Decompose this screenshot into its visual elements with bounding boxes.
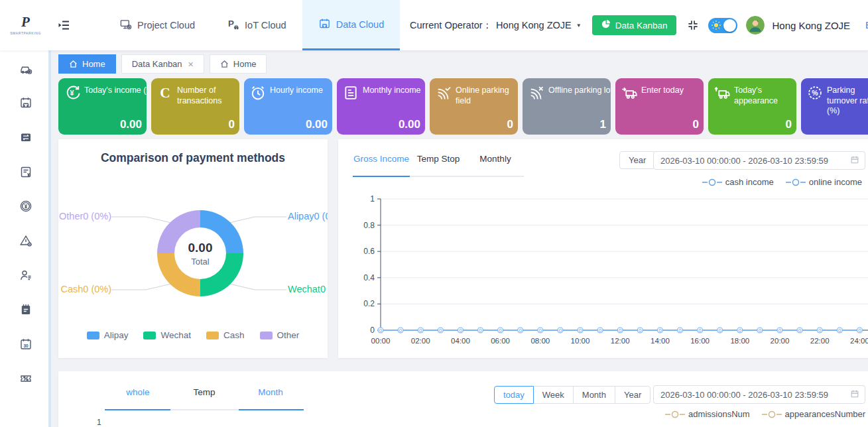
coin-yen-icon[interactable] bbox=[19, 200, 32, 213]
username[interactable]: Hong Kong ZOJE bbox=[773, 20, 851, 31]
svg-text:0: 0 bbox=[739, 328, 742, 334]
svg-text:C: C bbox=[160, 85, 170, 101]
notebook-icon[interactable] bbox=[19, 303, 32, 316]
smart-parking-dashboard: P SMARTPARKING Project Cloud P IoT Cloud… bbox=[0, 0, 868, 427]
tab-data-kanban[interactable]: Data Kanban × bbox=[121, 54, 204, 74]
breadcrumb-tabs: Home Data Kanban × Home bbox=[58, 54, 267, 74]
y-axis-label: 1 bbox=[97, 418, 101, 427]
tab-monthly[interactable]: Monthly bbox=[467, 154, 524, 164]
svg-text:0: 0 bbox=[778, 328, 782, 334]
toggle-knob bbox=[723, 19, 736, 32]
language-link[interactable]: English bbox=[865, 20, 868, 30]
theme-toggle[interactable] bbox=[708, 18, 737, 33]
tab-home-active[interactable]: Home bbox=[58, 54, 116, 74]
card-todays-income: ¥ Today's income () 0.00 bbox=[58, 78, 147, 135]
tab-label: Home bbox=[233, 59, 257, 69]
payment-methods-panel: Comparison of payment methods 0.00 Total… bbox=[58, 139, 328, 358]
date-range-value: 2026-03-10 00:00:00 - 2026-03-10 23:59:5… bbox=[660, 156, 828, 166]
period-week-button[interactable]: Week bbox=[533, 386, 574, 404]
tab-gross-income[interactable]: Gross Income bbox=[353, 154, 410, 164]
avatar[interactable] bbox=[746, 16, 765, 34]
year-button[interactable]: Year bbox=[619, 151, 655, 169]
legend-item-other[interactable]: Other bbox=[260, 330, 300, 340]
legend-item-wechat[interactable]: Wechat bbox=[143, 330, 191, 340]
wifi-x-icon bbox=[528, 84, 545, 101]
svg-text:0.2: 0.2 bbox=[363, 299, 375, 308]
svg-text:18:00: 18:00 bbox=[730, 337, 749, 345]
card-number-of-transactions: C Number of transactions 0 bbox=[151, 78, 239, 135]
legend-item-cash[interactable]: Cash bbox=[206, 330, 245, 340]
warning-alert-icon[interactable] bbox=[19, 234, 32, 247]
svg-text:30: 30 bbox=[23, 343, 29, 348]
operator-label: Current Operator： bbox=[410, 19, 492, 32]
svg-text:22:00: 22:00 bbox=[810, 337, 830, 345]
payment-legend: Alipay Wechat Cash Other bbox=[58, 330, 328, 340]
left-sidebar: 30 bbox=[0, 50, 51, 427]
tab-underline bbox=[353, 176, 524, 177]
nav-item-data-cloud[interactable]: Data Cloud bbox=[302, 0, 401, 50]
svg-text:1: 1 bbox=[370, 194, 375, 204]
svg-text:0: 0 bbox=[718, 328, 721, 334]
card-parking-turnover-rate: % Parking turnover rate (%) bbox=[801, 78, 868, 135]
svg-text:0: 0 bbox=[838, 328, 841, 334]
legend-cash-income[interactable]: cash income bbox=[702, 177, 774, 187]
tab-underline bbox=[105, 409, 304, 410]
svg-text:06:00: 06:00 bbox=[491, 337, 510, 345]
svg-text:04:00: 04:00 bbox=[451, 337, 470, 345]
period-button-group: today Week Month Year bbox=[494, 386, 651, 404]
wifi-check-icon bbox=[435, 84, 452, 101]
callout-cash: Cash0 (0%) bbox=[58, 284, 111, 294]
svg-text:0: 0 bbox=[579, 328, 582, 334]
legend-item-alipay[interactable]: Alipay bbox=[87, 330, 129, 340]
swap-transactions-icon[interactable] bbox=[19, 131, 32, 144]
svg-text:0: 0 bbox=[459, 328, 462, 334]
kpi-card-row: ¥ Today's income () 0.00 C Number of tra… bbox=[58, 78, 868, 135]
svg-text:0: 0 bbox=[678, 328, 682, 334]
top-navbar: P SMARTPARKING Project Cloud P IoT Cloud… bbox=[0, 0, 868, 50]
card-value: 0.00 bbox=[306, 118, 328, 131]
date-range-picker[interactable]: 2026-03-10 00:00:00 - 2026-03-10 23:59:5… bbox=[653, 151, 865, 170]
svg-text:14:00: 14:00 bbox=[651, 337, 670, 345]
coupon-percent-icon[interactable] bbox=[19, 372, 32, 385]
tab-temp[interactable]: Temp bbox=[171, 387, 237, 397]
parking-record-icon[interactable] bbox=[19, 96, 32, 109]
iot-cloud-icon: P bbox=[227, 18, 239, 32]
bill-yen-icon[interactable] bbox=[19, 165, 32, 178]
nav-item-iot-cloud[interactable]: P IoT Cloud bbox=[211, 0, 302, 50]
svg-text:0: 0 bbox=[519, 328, 522, 334]
menu-collapse-icon[interactable] bbox=[57, 18, 72, 32]
svg-text:0: 0 bbox=[599, 328, 602, 334]
current-operator-dropdown[interactable]: Current Operator： Hong Kong ZOJE ▼ bbox=[410, 19, 582, 32]
svg-text:00:00: 00:00 bbox=[371, 337, 391, 345]
line-marker-icon bbox=[786, 178, 806, 186]
legend-appearances-number[interactable]: appearancesNumber bbox=[762, 409, 865, 419]
svg-text:02:00: 02:00 bbox=[411, 337, 430, 345]
period-year-button[interactable]: Year bbox=[615, 386, 651, 404]
period-month-button[interactable]: Month bbox=[573, 386, 615, 404]
close-icon[interactable]: × bbox=[188, 59, 194, 70]
nav-item-project-cloud[interactable]: Project Cloud bbox=[103, 0, 211, 50]
car-settings-icon[interactable] bbox=[19, 62, 32, 75]
svg-text:0: 0 bbox=[658, 328, 662, 334]
card-value: 0 bbox=[507, 118, 513, 131]
period-today-button[interactable]: today bbox=[494, 386, 534, 404]
legend-admissions-num[interactable]: admissionsNum bbox=[665, 409, 749, 419]
svg-text:12:00: 12:00 bbox=[611, 337, 630, 345]
calendar-icon bbox=[850, 389, 859, 400]
tab-home[interactable]: Home bbox=[210, 54, 267, 74]
sidebar-scrollbar[interactable] bbox=[48, 50, 51, 427]
data-kanban-button[interactable]: Data Kanban bbox=[592, 15, 676, 35]
calendar-30-icon[interactable]: 30 bbox=[19, 337, 32, 351]
person-query-icon[interactable] bbox=[19, 269, 32, 282]
date-range-picker[interactable]: 2026-03-10 00:00:00 - 2026-03-10 23:59:5… bbox=[653, 385, 865, 404]
fullscreen-exit-icon[interactable] bbox=[686, 19, 700, 32]
tab-temp-stop[interactable]: Temp Stop bbox=[410, 154, 467, 164]
legend-online-income[interactable]: online income bbox=[786, 177, 862, 187]
svg-text:0: 0 bbox=[559, 328, 562, 334]
card-label: Online parking field bbox=[456, 84, 514, 135]
tab-label: Data Kanban bbox=[132, 59, 182, 69]
tab-month[interactable]: Month bbox=[237, 387, 304, 397]
tab-whole[interactable]: whole bbox=[105, 387, 171, 397]
svg-text:0: 0 bbox=[419, 328, 422, 334]
card-value: 0.00 bbox=[120, 118, 142, 131]
